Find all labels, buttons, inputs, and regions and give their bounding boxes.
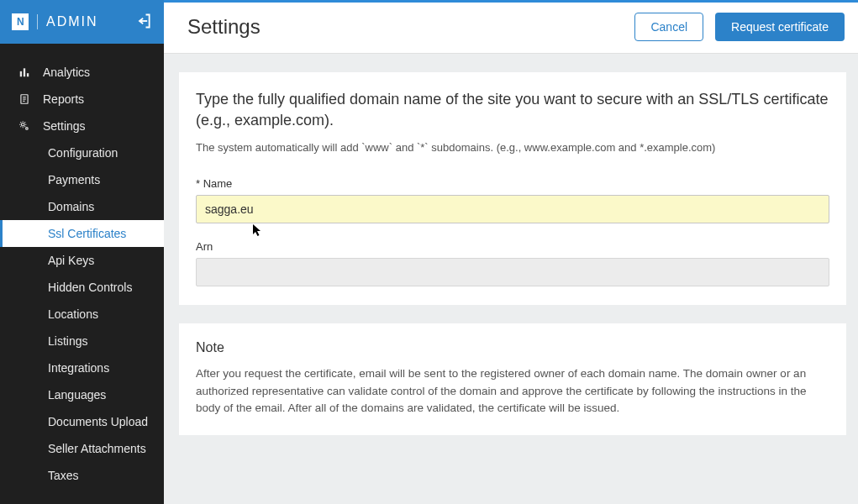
note-card: Note After you request the certificate, … — [179, 323, 846, 435]
content: Type the fully qualified domain name of … — [164, 54, 858, 454]
sidebar: N ADMIN Analytics Reports Sett — [0, 0, 164, 504]
cancel-button[interactable]: Cancel — [634, 13, 703, 41]
page-title: Settings — [187, 15, 261, 39]
arn-label: Arn — [196, 240, 829, 253]
nav-sub-label: Api Keys — [48, 254, 94, 267]
main: Settings Cancel Request certificate Type… — [164, 0, 858, 504]
form-subtext: The system automatically will add `www` … — [196, 141, 829, 154]
nav-sub-label: Configuration — [48, 146, 118, 160]
nav-item-label: Analytics — [43, 66, 90, 79]
nav-sub-domains[interactable]: Domains — [0, 193, 164, 220]
nav-sub-label: Languages — [48, 388, 106, 402]
name-label: * Name — [196, 177, 829, 190]
svg-rect-2 — [27, 73, 29, 76]
svg-rect-0 — [20, 71, 22, 76]
nav-item-label: Reports — [43, 92, 84, 106]
name-input[interactable] — [196, 195, 829, 223]
nav-sub-label: Ssl Certificates — [48, 227, 126, 240]
nav-sub-label: Taxes — [48, 469, 79, 482]
nav-sub-label: Seller Attachments — [48, 442, 146, 455]
nav-sub-ssl-certificates[interactable]: Ssl Certificates — [0, 220, 164, 247]
nav-sub-label: Locations — [48, 307, 98, 321]
nav-sub-hidden-controls[interactable]: Hidden Controls — [0, 274, 164, 301]
nav-sub-languages[interactable]: Languages — [0, 381, 164, 408]
nav-sub-taxes[interactable]: Taxes — [0, 462, 164, 489]
nav-item-reports[interactable]: Reports — [0, 86, 164, 113]
form-heading: Type the fully qualified domain name of … — [196, 89, 829, 131]
nav-item-analytics[interactable]: Analytics — [0, 59, 164, 86]
topbar-actions: Cancel Request certificate — [634, 13, 845, 41]
svg-point-7 — [22, 123, 25, 127]
name-field-group: * Name — [196, 177, 829, 223]
sidebar-header: N ADMIN — [0, 0, 164, 44]
brand-logo: N — [12, 13, 29, 30]
note-body: After you request the certificate, email… — [196, 365, 829, 417]
form-card: Type the fully qualified domain name of … — [179, 72, 846, 305]
nav-sub-seller-attachments[interactable]: Seller Attachments — [0, 435, 164, 462]
nav-item-label: Settings — [43, 119, 86, 133]
cursor-icon — [253, 224, 263, 240]
svg-rect-1 — [24, 68, 25, 76]
arn-input — [196, 258, 829, 286]
nav: Analytics Reports Settings Configuration… — [0, 44, 164, 489]
brand[interactable]: N ADMIN — [12, 13, 98, 30]
arn-field-group: Arn — [196, 240, 829, 286]
nav-sub-api-keys[interactable]: Api Keys — [0, 247, 164, 274]
nav-item-settings[interactable]: Settings — [0, 113, 164, 139]
nav-sub-configuration[interactable]: Configuration — [0, 139, 164, 166]
nav-sub-integrations[interactable]: Integrations — [0, 354, 164, 381]
request-certificate-button[interactable]: Request certificate — [715, 13, 845, 41]
gears-icon — [18, 120, 31, 132]
nav-sub-documents-upload[interactable]: Documents Upload — [0, 408, 164, 435]
nav-sub-label: Payments — [48, 173, 100, 186]
nav-sub-payments[interactable]: Payments — [0, 166, 164, 193]
brand-text: ADMIN — [46, 14, 98, 29]
nav-sub-listings[interactable]: Listings — [0, 328, 164, 354]
logout-icon[interactable] — [135, 13, 152, 32]
nav-sub-label: Hidden Controls — [48, 281, 132, 294]
svg-point-8 — [26, 128, 29, 130]
note-title: Note — [196, 340, 829, 355]
nav-sub-label: Integrations — [48, 361, 109, 375]
nav-sub-label: Listings — [48, 334, 87, 348]
nav-sub-label: Domains — [48, 200, 94, 213]
brand-divider — [37, 14, 38, 29]
document-icon — [18, 93, 31, 105]
nav-sub-label: Documents Upload — [48, 415, 148, 428]
bar-chart-icon — [18, 66, 31, 78]
topbar: Settings Cancel Request certificate — [164, 0, 858, 54]
nav-sub-locations[interactable]: Locations — [0, 301, 164, 328]
